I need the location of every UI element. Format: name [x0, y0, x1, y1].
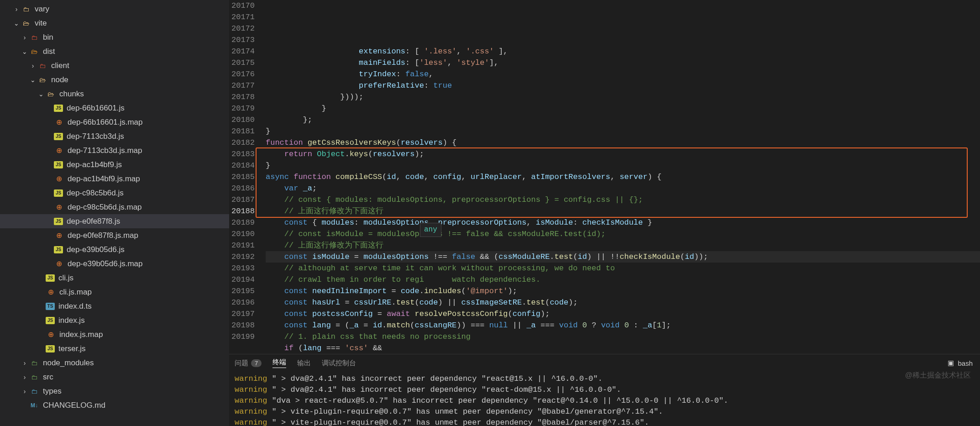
line-number: 20185: [229, 171, 255, 183]
tree-item-label: dep-7113cb3d.js.map: [68, 146, 142, 155]
tree-item-types[interactable]: ›🗀types: [0, 384, 229, 398]
code-line[interactable]: }: [266, 126, 980, 137]
chevron-icon[interactable]: ›: [20, 34, 29, 41]
tree-item-dep-66b16601-js-map[interactable]: ⊕dep-66b16601.js.map: [0, 115, 229, 129]
tab-debug-console[interactable]: 调试控制台: [322, 359, 356, 368]
code-line[interactable]: // 上面这行修改为下面这行: [266, 240, 980, 251]
code-line[interactable]: // crawl them in order to regi watch dep…: [266, 274, 980, 285]
tree-item-client[interactable]: ›🗀client: [0, 58, 229, 73]
file-explorer[interactable]: ›🗀vary⌄🗁vite›🗀bin⌄🗁dist›🗀client⌄🗁node⌄🗁c…: [0, 0, 229, 426]
code-line[interactable]: var _a;: [266, 183, 980, 194]
tree-item-vite[interactable]: ⌄🗁vite: [0, 16, 229, 30]
code-line[interactable]: const lang = (_a = id.match(cssLangRE)) …: [266, 320, 980, 331]
line-number: 20193: [229, 263, 255, 274]
chevron-icon[interactable]: ›: [28, 62, 37, 69]
bash-icon[interactable]: ▣: [948, 359, 954, 367]
line-number: 20180: [229, 114, 255, 126]
tree-item-label: dep-ac1b4bf9.js: [67, 160, 122, 169]
tree-item-label: index.js: [58, 316, 85, 325]
code-line[interactable]: const postcssConfig = await resolvePostc…: [266, 308, 980, 320]
tree-item-label: dep-7113cb3d.js: [67, 132, 124, 141]
code-line[interactable]: };: [266, 114, 980, 126]
tree-item-dep-e39b05d6-js[interactable]: JSdep-e39b05d6.js: [0, 242, 229, 257]
code-line[interactable]: const isModule = modulesOptions !== fals…: [266, 251, 980, 263]
code-line[interactable]: if (lang === 'css' &&: [266, 342, 980, 354]
tree-item-node[interactable]: ⌄🗁node: [0, 73, 229, 87]
code-line[interactable]: mainFields: ['less', 'style'],: [266, 57, 980, 68]
chevron-icon[interactable]: ⌄: [37, 90, 46, 98]
code-line[interactable]: // 上面这行修改为下面这行: [266, 205, 980, 217]
chevron-icon[interactable]: ⌄: [28, 76, 37, 84]
code-line[interactable]: // const isModule = modulesOptions !== f…: [266, 228, 980, 240]
terminal-tabs: 问题 7 终端 输出 调试控制台 ▣ bash: [229, 354, 980, 372]
tree-item-cli-js[interactable]: JScli.js: [0, 271, 229, 285]
chevron-icon[interactable]: ⌄: [20, 48, 29, 55]
chevron-icon[interactable]: ›: [12, 5, 21, 13]
chevron-icon[interactable]: ⌄: [12, 20, 21, 27]
tree-item-label: chunks: [59, 89, 84, 99]
tree-item-dep-e39b05d6-js-map[interactable]: ⊕dep-e39b05d6.js.map: [0, 257, 229, 271]
tree-item-label: CHANGELOG.md: [43, 401, 105, 410]
tree-item-dep-c98c5b6d-js-map[interactable]: ⊕dep-c98c5b6d.js.map: [0, 200, 229, 214]
tree-item-CHANGELOG-md[interactable]: M↓CHANGELOG.md: [0, 398, 229, 412]
tree-item-label: dep-e39b05d6.js: [67, 245, 125, 254]
code-line[interactable]: // although at serve time it can work wi…: [266, 263, 980, 274]
tree-item-dep-ac1b4bf9-js[interactable]: JSdep-ac1b4bf9.js: [0, 158, 229, 172]
terminal-content[interactable]: warning " > dva@2.4.1" has incorrect pee…: [229, 372, 980, 426]
code-line[interactable]: extensions: [ '.less', '.css' ],: [266, 46, 980, 57]
code-line[interactable]: const hasUrl = cssUrlRE.test(code) || cs…: [266, 297, 980, 308]
line-number: 20199: [229, 331, 255, 342]
tree-item-label: dist: [43, 47, 55, 56]
tree-item-dep-e0fe87f8-js[interactable]: JSdep-e0fe87f8.js: [0, 214, 229, 228]
code-lines[interactable]: any extensions: [ '.less', '.css' ], mai…: [266, 0, 980, 354]
tree-item-label: index.js.map: [59, 330, 103, 339]
tree-item-dep-7113cb3d-js-map[interactable]: ⊕dep-7113cb3d.js.map: [0, 143, 229, 158]
tree-item-node_modules[interactable]: ›🗀node_modules: [0, 356, 229, 370]
terminal-line: warning " > dva@2.4.1" has incorrect pee…: [235, 384, 975, 395]
tree-item-chunks[interactable]: ⌄🗁chunks: [0, 87, 229, 101]
tree-item-vary[interactable]: ›🗀vary: [0, 2, 229, 16]
code-line[interactable]: tryIndex: false,: [266, 68, 980, 80]
tab-output[interactable]: 输出: [297, 359, 311, 368]
chevron-icon[interactable]: ›: [20, 373, 29, 381]
code-line[interactable]: // const { modules: modulesOptions, prep…: [266, 194, 980, 205]
line-number: 20182: [229, 137, 255, 148]
tab-problems[interactable]: 问题 7: [235, 359, 262, 368]
chevron-icon[interactable]: ›: [20, 359, 29, 367]
tree-item-index-js-map[interactable]: ⊕index.js.map: [0, 327, 229, 342]
tree-item-index-d-ts[interactable]: TSindex.d.ts: [0, 299, 229, 313]
tree-item-dist[interactable]: ⌄🗁dist: [0, 44, 229, 58]
line-number: 20191: [229, 240, 255, 251]
code-line[interactable]: return Object.keys(resolvers);: [266, 148, 980, 160]
code-line[interactable]: const needInlineImport = code.includes('…: [266, 285, 980, 297]
line-number: 20171: [229, 11, 255, 23]
tree-item-dep-c98c5b6d-js[interactable]: JSdep-c98c5b6d.js: [0, 186, 229, 200]
code-line[interactable]: function getCssResolversKeys(resolvers) …: [266, 137, 980, 148]
tab-terminal[interactable]: 终端: [273, 358, 286, 368]
code-line[interactable]: }: [266, 160, 980, 171]
code-line[interactable]: })));: [266, 91, 980, 103]
tree-item-dep-ac1b4bf9-js-map[interactable]: ⊕dep-ac1b4bf9.js.map: [0, 172, 229, 186]
code-line[interactable]: preferRelative: true: [266, 80, 980, 91]
js-icon: JS: [46, 274, 55, 282]
tree-item-src[interactable]: ›🗀src: [0, 370, 229, 384]
tree-item-label: node: [51, 75, 68, 84]
tree-item-cli-js-map[interactable]: ⊕cli.js.map: [0, 285, 229, 299]
code-line[interactable]: const { modules: modulesOptions, preproc…: [266, 217, 980, 228]
tree-item-bin[interactable]: ›🗀bin: [0, 30, 229, 44]
code-line[interactable]: }: [266, 103, 980, 114]
code-line[interactable]: // 1. plain css that needs no processing: [266, 331, 980, 342]
tree-item-dep-e0fe87f8-js-map[interactable]: ⊕dep-e0fe87f8.js.map: [0, 228, 229, 242]
tree-item-dep-7113cb3d-js[interactable]: JSdep-7113cb3d.js: [0, 129, 229, 143]
problems-badge: 7: [251, 359, 262, 367]
tree-item-dep-66b16601-js[interactable]: JSdep-66b16601.js: [0, 101, 229, 115]
code-area[interactable]: 2017020171201722017320174201752017620177…: [229, 0, 980, 354]
tree-item-index-js[interactable]: JSindex.js: [0, 313, 229, 327]
js-icon: JS: [54, 246, 63, 253]
code-line[interactable]: async function compileCSS(id, code, conf…: [266, 171, 980, 183]
tree-item-terser-js[interactable]: JSterser.js: [0, 342, 229, 356]
line-number: 20177: [229, 80, 255, 91]
tree-item-label: dep-ac1b4bf9.js.map: [68, 174, 140, 184]
shell-name[interactable]: bash: [958, 359, 973, 367]
chevron-icon[interactable]: ›: [20, 388, 29, 395]
